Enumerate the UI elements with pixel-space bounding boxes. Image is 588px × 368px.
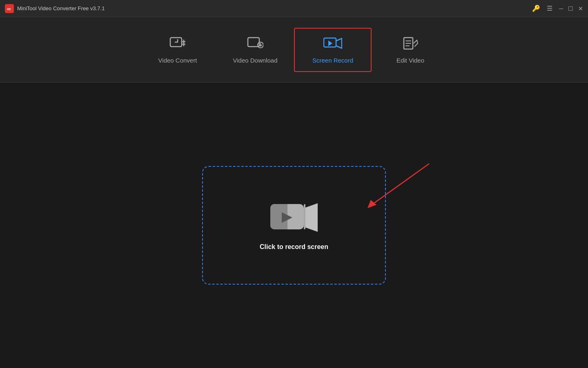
menu-icon[interactable]: ☰ <box>547 4 552 12</box>
tab-label-edit-video: Edit Video <box>396 57 424 64</box>
tab-label-screen-record: Screen Record <box>312 57 353 64</box>
window-controls: ─ ☐ ✕ <box>559 6 583 11</box>
tab-label-video-convert: Video Convert <box>158 57 197 64</box>
record-area[interactable]: Click to record screen <box>202 166 386 285</box>
tab-edit-video[interactable]: Edit Video <box>372 28 449 72</box>
tab-screen-record[interactable]: Screen Record <box>294 28 372 72</box>
svg-marker-19 <box>304 203 318 232</box>
tab-video-convert[interactable]: Video Convert <box>139 28 216 72</box>
tab-label-video-download: Video Download <box>233 57 278 64</box>
title-bar-left: vc MiniTool Video Converter Free v3.7.1 <box>5 4 105 13</box>
tab-video-download[interactable]: Video Download <box>216 28 294 72</box>
app-title: MiniTool Video Converter Free v3.7.1 <box>17 5 105 11</box>
close-button[interactable]: ✕ <box>578 6 583 11</box>
svg-text:vc: vc <box>7 7 11 11</box>
download-icon <box>247 36 263 53</box>
key-icon[interactable]: 🔑 <box>532 4 540 12</box>
minimize-button[interactable]: ─ <box>559 6 563 11</box>
nav-tabs: Video Convert Video Download <box>33 28 555 72</box>
title-bar-right: 🔑 ☰ ─ ☐ ✕ <box>532 4 583 12</box>
camera-icon <box>270 200 318 235</box>
svg-rect-20 <box>304 204 305 229</box>
app-logo: vc <box>5 4 14 13</box>
convert-icon <box>169 36 186 53</box>
maximize-button[interactable]: ☐ <box>568 6 573 11</box>
record-label: Click to record screen <box>260 243 328 251</box>
record-icon <box>323 36 342 53</box>
title-bar: vc MiniTool Video Converter Free v3.7.1 … <box>0 0 588 17</box>
edit-icon <box>402 36 419 53</box>
svg-marker-10 <box>328 40 332 46</box>
nav-bar: Video Convert Video Download <box>0 17 588 83</box>
main-content: Click to record screen <box>0 83 588 368</box>
